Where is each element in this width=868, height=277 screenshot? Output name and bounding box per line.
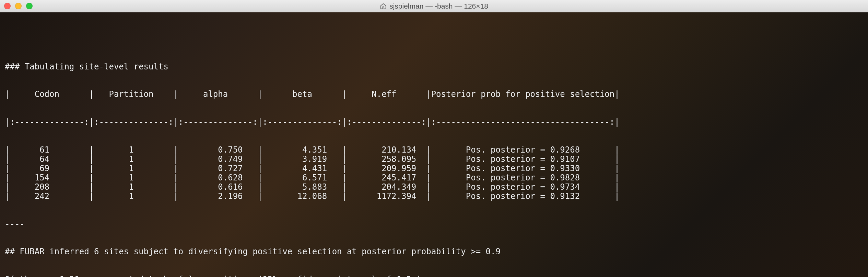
- traffic-lights: [4, 3, 33, 9]
- minimize-button[interactable]: [15, 3, 22, 9]
- summary-line-2: Of these, 0.36 are expected to be false …: [5, 275, 863, 277]
- results-heading: ### Tabulating site-level results: [5, 62, 863, 71]
- table-separator-row: |:--------------:|:--------------:|:----…: [5, 118, 863, 127]
- table-header-row: | Codon | Partition | alpha | beta | N.e…: [5, 90, 863, 99]
- window-title: sjspielman — -bash — 126×18: [389, 2, 488, 10]
- terminal-body[interactable]: ### Tabulating site-level results | Codo…: [0, 12, 868, 277]
- table-row: | 242 | 1 | 2.196 | 12.068 | 1172.394 | …: [5, 192, 863, 201]
- window-title-wrap: sjspielman — -bash — 126×18: [380, 2, 488, 10]
- terminal-window: sjspielman — -bash — 126×18 ### Tabulati…: [0, 0, 868, 277]
- maximize-button[interactable]: [26, 3, 33, 9]
- table-row: | 69 | 1 | 0.727 | 4.431 | 209.959 | Pos…: [5, 164, 863, 173]
- home-icon: [380, 3, 387, 10]
- close-button[interactable]: [4, 3, 11, 9]
- summary-line-1: ## FUBAR inferred 6 sites subject to div…: [5, 247, 863, 256]
- blank-line: [5, 34, 863, 44]
- table-row: | 154 | 1 | 0.628 | 6.571 | 245.417 | Po…: [5, 173, 863, 182]
- table-row: | 208 | 1 | 0.616 | 5.883 | 204.349 | Po…: [5, 182, 863, 192]
- table-row: | 61 | 1 | 0.750 | 4.351 | 210.134 | Pos…: [5, 145, 863, 155]
- titlebar: sjspielman — -bash — 126×18: [0, 0, 868, 12]
- dash-line: ----: [5, 220, 863, 229]
- table-row: | 64 | 1 | 0.749 | 3.919 | 258.095 | Pos…: [5, 155, 863, 164]
